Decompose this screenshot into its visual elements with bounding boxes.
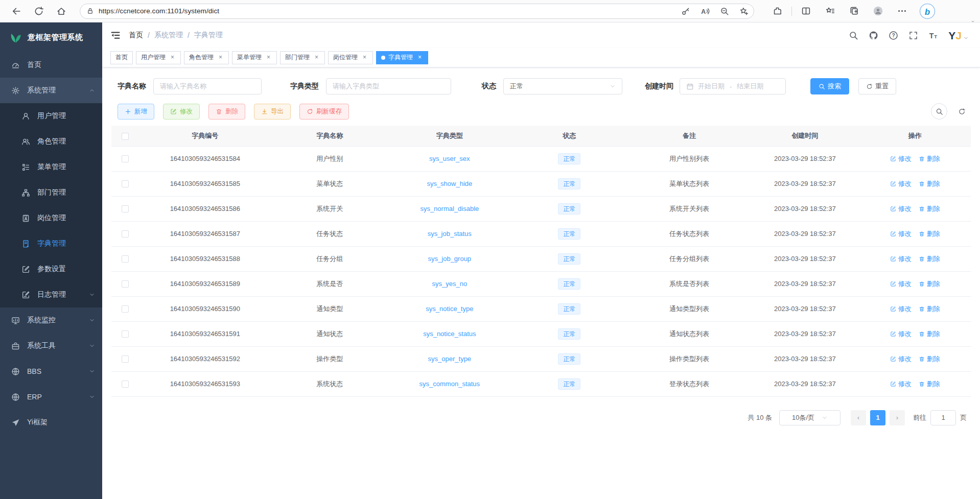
add-button[interactable]: 新增 [118, 104, 154, 120]
page-size-select[interactable]: 10条/页 [779, 410, 841, 425]
row-checkbox[interactable] [122, 180, 129, 187]
row-edit-button[interactable]: 修改 [890, 279, 912, 289]
row-edit-button[interactable]: 修改 [890, 254, 912, 264]
status-select[interactable]: 正常 [503, 78, 622, 94]
font-size-icon[interactable]: TT [928, 31, 938, 40]
tab-close-icon[interactable]: × [313, 54, 320, 61]
sidebar-item-dept-management[interactable]: 部门管理 [0, 180, 102, 205]
delete-button[interactable]: 删除 [208, 104, 245, 120]
sidebar-item-system-tools[interactable]: 系统工具 [0, 333, 102, 359]
row-edit-button[interactable]: 修改 [890, 204, 912, 213]
row-delete-button[interactable]: 删除 [919, 304, 940, 314]
sidebar-collapse-icon[interactable] [110, 30, 121, 40]
row-delete-button[interactable]: 删除 [919, 329, 940, 339]
row-delete-button[interactable]: 删除 [919, 254, 940, 264]
row-checkbox[interactable] [122, 305, 129, 313]
collections-icon[interactable] [849, 6, 859, 16]
select-all-checkbox[interactable] [122, 133, 129, 140]
tab-post[interactable]: 岗位管理× [328, 51, 373, 64]
current-page-button[interactable]: 1 [870, 410, 885, 425]
row-checkbox[interactable] [122, 255, 129, 263]
sidebar-item-system-management[interactable]: 系统管理 [0, 78, 102, 103]
row-edit-button[interactable]: 修改 [890, 379, 912, 389]
refresh-cache-button[interactable]: 刷新缓存 [299, 104, 349, 120]
sidebar-item-role-management[interactable]: 角色管理 [0, 129, 102, 154]
browser-refresh-icon[interactable] [34, 6, 44, 16]
extensions-icon[interactable] [773, 6, 782, 16]
sidebar-item-post-management[interactable]: 岗位管理 [0, 205, 102, 231]
prev-page-button[interactable]: ‹ [851, 410, 866, 425]
user-menu-caret-icon[interactable] [963, 35, 969, 41]
header-search-icon[interactable] [849, 31, 858, 40]
row-edit-button[interactable]: 修改 [890, 304, 912, 314]
row-checkbox[interactable] [122, 330, 129, 338]
dict-type-link[interactable]: sys_common_status [419, 380, 480, 388]
row-edit-button[interactable]: 修改 [890, 354, 912, 364]
dict-name-input[interactable]: 请输入字典名称 [153, 78, 262, 94]
row-checkbox[interactable] [122, 155, 129, 162]
dict-type-link[interactable]: sys_notice_status [423, 330, 476, 338]
add-favorite-icon[interactable] [739, 7, 749, 16]
tab-dict[interactable]: 字典管理× [376, 51, 428, 64]
fullscreen-icon[interactable] [908, 31, 918, 40]
row-checkbox[interactable] [122, 355, 129, 363]
browser-back-icon[interactable] [11, 6, 21, 16]
favorites-icon[interactable] [825, 6, 835, 16]
dict-type-link[interactable]: sys_user_sex [429, 155, 470, 162]
row-checkbox[interactable] [122, 381, 129, 388]
row-delete-button[interactable]: 删除 [919, 204, 940, 213]
tab-dept[interactable]: 部门管理× [280, 51, 325, 64]
row-checkbox[interactable] [122, 205, 129, 212]
export-button[interactable]: 导出 [254, 104, 291, 120]
dict-type-link[interactable]: sys_show_hide [427, 180, 472, 187]
row-delete-button[interactable]: 删除 [919, 154, 940, 163]
sidebar-item-menu-management[interactable]: 菜单管理 [0, 154, 102, 180]
read-aloud-icon[interactable]: A [701, 7, 710, 16]
dict-type-link[interactable]: sys_oper_type [428, 355, 472, 363]
sidebar-item-yi-framework[interactable]: Yi框架 [0, 410, 102, 435]
row-checkbox[interactable] [122, 230, 129, 237]
tab-menu[interactable]: 菜单管理× [232, 51, 277, 64]
tab-role[interactable]: 角色管理× [184, 51, 229, 64]
tab-user[interactable]: 用户管理× [136, 51, 181, 64]
next-page-button[interactable]: › [890, 410, 905, 425]
row-edit-button[interactable]: 修改 [890, 329, 912, 339]
sidebar-item-erp[interactable]: ERP [0, 384, 102, 410]
row-delete-button[interactable]: 删除 [919, 179, 940, 188]
sidebar-item-param-settings[interactable]: 参数设置 [0, 256, 102, 282]
tab-close-icon[interactable]: × [217, 54, 224, 61]
row-edit-button[interactable]: 修改 [890, 179, 912, 188]
breadcrumb-system[interactable]: 系统管理 [154, 31, 183, 40]
split-screen-icon[interactable] [801, 6, 811, 16]
more-menu-icon[interactable] [897, 6, 907, 16]
row-delete-button[interactable]: 删除 [919, 379, 940, 389]
dict-type-link[interactable]: sys_normal_disable [420, 205, 479, 212]
search-button[interactable]: 搜索 [810, 78, 849, 94]
url-text[interactable]: https://ccnetcore.com:1101/system/dict [99, 7, 671, 15]
lock-icon[interactable] [86, 7, 94, 15]
help-icon[interactable]: ? [889, 31, 898, 40]
app-logo[interactable]: 意框架管理系统 [0, 22, 102, 52]
user-logo[interactable]: YJ [948, 30, 962, 41]
tab-close-icon[interactable]: × [169, 54, 176, 61]
table-search-toggle[interactable] [931, 103, 947, 120]
row-checkbox[interactable] [122, 280, 129, 288]
dict-type-link[interactable]: sys_job_status [428, 230, 472, 237]
sidebar-item-user-management[interactable]: 用户管理 [0, 103, 102, 129]
dict-type-link[interactable]: sys_job_group [428, 255, 472, 263]
sidebar-item-home[interactable]: 首页 [0, 52, 102, 78]
sidebar-item-bbs[interactable]: BBS [0, 359, 102, 384]
breadcrumb-home[interactable]: 首页 [129, 31, 143, 40]
row-edit-button[interactable]: 修改 [890, 229, 912, 239]
edit-button[interactable]: 修改 [163, 104, 200, 120]
row-delete-button[interactable]: 删除 [919, 279, 940, 289]
sidebar-item-log-management[interactable]: 日志管理 [0, 282, 102, 307]
sidebar-item-dict-management[interactable]: 字典管理 [0, 231, 102, 256]
dict-type-input[interactable]: 请输入字典类型 [326, 78, 451, 94]
browser-home-icon[interactable] [56, 6, 66, 16]
tab-home[interactable]: 首页 [110, 51, 133, 64]
dict-type-link[interactable]: sys_notice_type [426, 305, 473, 313]
row-delete-button[interactable]: 删除 [919, 229, 940, 239]
tab-close-icon[interactable]: × [361, 54, 368, 61]
password-icon[interactable] [681, 7, 690, 16]
